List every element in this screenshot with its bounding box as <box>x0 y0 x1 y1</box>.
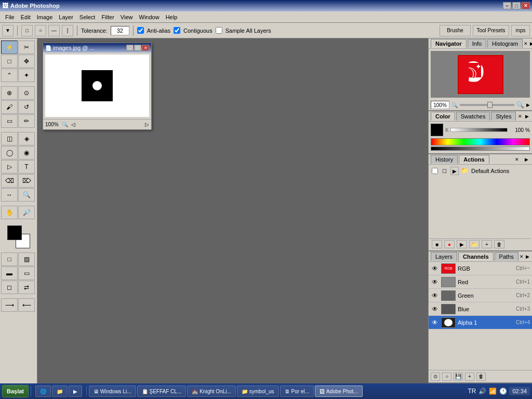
marquee-rect-tool[interactable]: □ <box>1 55 18 68</box>
color-panel-close[interactable]: ✕ <box>517 113 522 120</box>
tab-channels[interactable]: Channels <box>458 252 494 261</box>
navigator-close-btn[interactable]: ✕ <box>524 40 528 47</box>
tab-swatches[interactable]: Swatches <box>456 112 490 121</box>
channels-save-btn[interactable]: 💾 <box>454 373 463 381</box>
channel-row-alpha-1[interactable]: 👁Alpha 1Ctrl+4 <box>429 316 532 329</box>
menu-select[interactable]: Select <box>76 13 99 21</box>
zoom-in-icon[interactable]: 🔍 <box>516 101 524 109</box>
doc-maximize-btn[interactable]: □ <box>134 45 141 51</box>
zoom-icon[interactable]: 🔍 <box>62 122 68 127</box>
quicklaunch-folder[interactable]: 📁 <box>52 385 68 397</box>
channel-row-green[interactable]: 👁GreenCtrl+2 <box>429 289 532 302</box>
tray-speaker[interactable]: 🔊 <box>478 387 486 395</box>
channels-close-btn[interactable]: ✕ <box>520 253 524 260</box>
color-preview[interactable] <box>431 124 443 136</box>
jump-to-btn[interactable]: ⟶ <box>1 298 18 312</box>
maximize-button[interactable]: □ <box>512 2 521 9</box>
navigator-menu-right[interactable]: ▶ <box>526 102 530 108</box>
tab-history[interactable]: History <box>431 155 458 164</box>
taskbar-seffaf[interactable]: 📋 ŞEFFAF CL... <box>137 385 187 397</box>
menu-window[interactable]: Window <box>136 13 163 21</box>
eyedropper-tool[interactable]: 🔍 <box>18 188 35 202</box>
hand-tool[interactable]: ✋ <box>1 206 18 219</box>
gradient-tool[interactable]: ◫ <box>1 132 18 145</box>
quicklaunch-media[interactable]: ▶ <box>69 385 82 397</box>
actions-play-btn[interactable]: ▶ <box>450 167 459 175</box>
taskbar-porel[interactable]: 🗎 Por el... <box>280 385 314 397</box>
stamp-tool[interactable]: ⊙ <box>18 86 35 100</box>
zoom-out-icon[interactable]: 🔍 <box>451 102 458 108</box>
lasso-tool[interactable]: ⌃ <box>1 69 18 82</box>
doc-close-btn[interactable]: ✕ <box>142 45 149 51</box>
close-button[interactable]: ✕ <box>522 2 530 9</box>
quicklaunch-ie[interactable]: 🌐 <box>35 385 51 397</box>
taskbar-windows-li[interactable]: 🖥 Windows Li... <box>89 385 136 397</box>
jump-to2-btn[interactable]: ⟵ <box>18 298 35 312</box>
doc-minimize-btn[interactable]: – <box>126 45 134 51</box>
zoom-slider[interactable] <box>460 104 514 106</box>
menu-file[interactable]: File <box>2 13 18 21</box>
tab-layers[interactable]: Layers <box>431 252 457 261</box>
channels-circle-btn[interactable]: ○ <box>442 373 451 381</box>
channel-visibility-4[interactable]: 👁 <box>431 318 439 327</box>
nav-left-icon[interactable]: ◁ <box>71 122 75 127</box>
anti-alias-checkbox[interactable] <box>137 27 144 34</box>
magic-wand-tool[interactable]: ⚡ <box>1 41 18 54</box>
menu-help[interactable]: Help <box>163 13 181 21</box>
comps-btn[interactable]: mps <box>511 25 530 36</box>
color-panel-menu[interactable]: ▶ <box>525 113 530 120</box>
actions-new-set-btn[interactable]: 📁 <box>469 240 480 248</box>
actions-delete-btn[interactable]: 🗑 <box>494 240 504 248</box>
actions-record-btn[interactable]: ● <box>444 240 455 248</box>
standard-screen-btn[interactable]: ▬ <box>1 267 18 280</box>
menu-image[interactable]: Image <box>34 13 56 21</box>
tolerance-input[interactable] <box>111 26 129 35</box>
menu-layer[interactable]: Layer <box>56 13 76 21</box>
actions-enabled-checkbox[interactable] <box>432 168 438 174</box>
actions-new-btn[interactable]: + <box>482 240 492 248</box>
tab-info[interactable]: Info <box>468 39 486 48</box>
actions-stop-btn[interactable]: ■ <box>432 240 442 248</box>
taskbar-symbol[interactable]: 📁 symbol_us <box>237 385 279 397</box>
channel-row-red[interactable]: 👁RedCtrl+1 <box>429 275 532 289</box>
selection-col-btn[interactable]: | <box>62 25 73 36</box>
channels-dotted-btn[interactable]: ⊙ <box>431 373 440 381</box>
magic-lasso-tool[interactable]: ✦ <box>18 69 35 82</box>
tab-paths[interactable]: Paths <box>495 252 518 261</box>
selection-row-btn[interactable]: — <box>48 25 60 36</box>
crop-tool[interactable]: ✂ <box>18 41 35 54</box>
tab-navigator[interactable]: Navigator <box>431 39 467 48</box>
tab-styles[interactable]: Styles <box>491 112 516 121</box>
path-selection-tool[interactable]: ▷ <box>1 160 18 174</box>
marquee-move-tool[interactable]: ✥ <box>18 55 35 68</box>
text-tool[interactable]: T <box>18 160 35 174</box>
zoom-tool[interactable]: 🔎 <box>18 206 35 219</box>
channel-visibility-0[interactable]: 👁 <box>431 264 439 273</box>
extras-btn[interactable]: ⇄ <box>18 281 35 294</box>
tab-actions[interactable]: Actions <box>459 155 489 164</box>
bucket-tool[interactable]: ◈ <box>18 132 35 145</box>
zoom-input[interactable] <box>431 101 449 109</box>
color-spectrum[interactable] <box>431 138 530 145</box>
full-screen-btn[interactable]: ◻ <box>1 281 18 294</box>
channels-menu-btn[interactable]: ▶ <box>526 253 530 260</box>
eraser-tool[interactable]: ▭ <box>1 114 18 128</box>
k-slider[interactable] <box>450 128 508 132</box>
pen-tool[interactable]: ⌫ <box>1 174 18 188</box>
channel-visibility-3[interactable]: 👁 <box>431 305 439 313</box>
status-scroll[interactable]: ▷ <box>145 122 149 127</box>
pencil-tool[interactable]: ✏ <box>18 114 35 128</box>
tool-options-btn[interactable]: ▼ <box>2 25 14 36</box>
sample-all-checkbox[interactable] <box>216 27 222 34</box>
history-close-btn[interactable]: ✕ <box>513 156 521 163</box>
standard-mode-btn[interactable]: □ <box>1 252 18 266</box>
channel-visibility-2[interactable]: 👁 <box>431 291 439 300</box>
channels-new-btn[interactable]: + <box>465 373 474 381</box>
tray-network[interactable]: 📶 <box>488 387 497 395</box>
menu-filter[interactable]: Filter <box>98 13 117 21</box>
tool-presets-btn[interactable]: Tool Presets <box>473 25 509 36</box>
actions-play2-btn[interactable]: ▶ <box>457 240 467 248</box>
dodge-tool[interactable]: ◯ <box>1 146 18 159</box>
history-menu-btn[interactable]: ▶ <box>523 156 530 163</box>
selection-circle-btn[interactable]: ○ <box>35 25 46 36</box>
